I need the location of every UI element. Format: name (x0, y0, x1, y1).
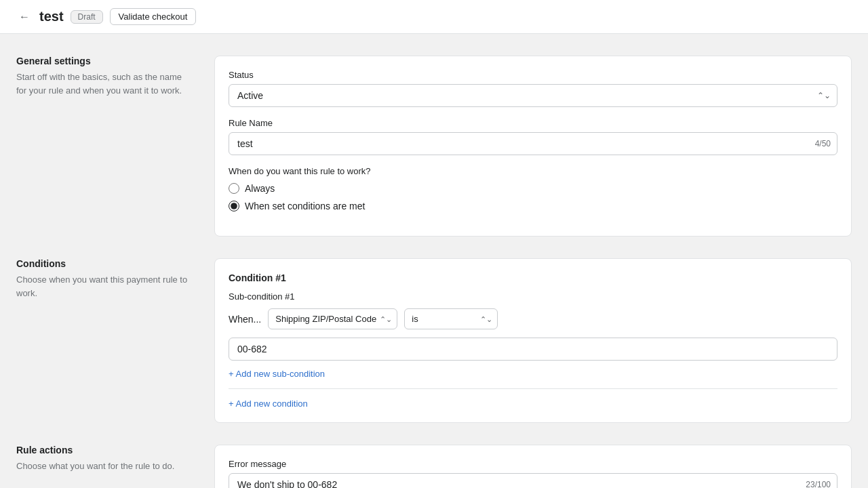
add-condition-button[interactable]: + Add new condition (229, 399, 308, 409)
status-select-wrapper: Active Inactive ⌃⌄ (229, 84, 837, 107)
when-field-group: When do you want this rule to work? Alwa… (229, 166, 837, 211)
when-row: When... Shipping ZIP/Postal Code Billing… (229, 308, 837, 329)
rule-name-input[interactable] (229, 132, 837, 155)
condition-type-select[interactable]: Shipping ZIP/Postal Code Billing ZIP/Pos… (268, 308, 397, 329)
radio-always-option[interactable]: Always (229, 183, 837, 194)
rule-actions-title: Rule actions (16, 445, 193, 455)
page-content: General settings Start off with the basi… (0, 34, 868, 488)
page-header: ← test Draft Validate checkout (0, 0, 868, 34)
rule-name-label: Rule Name (229, 118, 837, 128)
error-message-field-group: Error message 23/100 This is the message… (229, 459, 837, 488)
conditions-left: Conditions Choose when you want this pay… (16, 258, 193, 423)
rule-actions-left: Rule actions Choose what you want for th… (16, 445, 193, 488)
page-title: test (39, 9, 64, 24)
rule-name-wrapper: 4/50 (229, 132, 837, 155)
back-icon: ← (19, 11, 30, 23)
condition-value-input[interactable] (229, 338, 837, 361)
conditions-section: Conditions Choose when you want this pay… (16, 258, 852, 423)
validate-checkout-button[interactable]: Validate checkout (110, 8, 197, 25)
operator-wrapper: is is not contains does not contain ⌃⌄ (404, 308, 498, 329)
general-settings-description: Start off with the basics, such as the n… (16, 70, 193, 97)
general-settings-left: General settings Start off with the basi… (16, 56, 193, 237)
condition-1-title: Condition #1 (229, 272, 837, 283)
rule-actions-description: Choose what you want for the rule to do. (16, 460, 193, 473)
error-message-char-count: 23/100 (806, 480, 831, 488)
general-settings-title: General settings (16, 56, 193, 66)
conditions-title: Conditions (16, 258, 193, 269)
conditions-description: Choose when you want this payment rule t… (16, 273, 193, 300)
sub-condition-1-title: Sub-condition #1 (229, 291, 837, 302)
status-label: Status (229, 70, 837, 80)
radio-conditions-label: When set conditions are met (245, 201, 365, 211)
condition-type-wrapper: Shipping ZIP/Postal Code Billing ZIP/Pos… (268, 308, 397, 329)
rule-actions-card: Error message 23/100 This is the message… (214, 445, 852, 488)
error-message-label: Error message (229, 459, 837, 469)
draft-badge: Draft (71, 10, 103, 24)
radio-conditions-input[interactable] (229, 201, 239, 211)
divider (229, 388, 837, 389)
radio-conditions-option[interactable]: When set conditions are met (229, 201, 837, 211)
radio-always-label: Always (245, 183, 275, 194)
radio-group: Always When set conditions are met (229, 183, 837, 211)
operator-select[interactable]: is is not contains does not contain (404, 308, 498, 329)
radio-always-input[interactable] (229, 183, 239, 194)
rule-name-field-group: Rule Name 4/50 (229, 118, 837, 155)
when-label: When... (229, 314, 261, 325)
rule-actions-section: Rule actions Choose what you want for th… (16, 445, 852, 488)
status-field-group: Status Active Inactive ⌃⌄ (229, 70, 837, 107)
conditions-card: Condition #1 Sub-condition #1 When... Sh… (214, 258, 852, 423)
general-settings-section: General settings Start off with the basi… (16, 56, 852, 237)
error-message-wrapper: 23/100 (229, 473, 837, 488)
status-select[interactable]: Active Inactive (229, 84, 837, 107)
error-message-input[interactable] (229, 473, 837, 488)
general-settings-card: Status Active Inactive ⌃⌄ Rule Name 4/50 (214, 56, 852, 237)
back-button[interactable]: ← (16, 11, 33, 23)
when-question: When do you want this rule to work? (229, 166, 837, 176)
add-sub-condition-button[interactable]: + Add new sub-condition (229, 369, 325, 379)
rule-name-char-count: 4/50 (815, 139, 831, 148)
